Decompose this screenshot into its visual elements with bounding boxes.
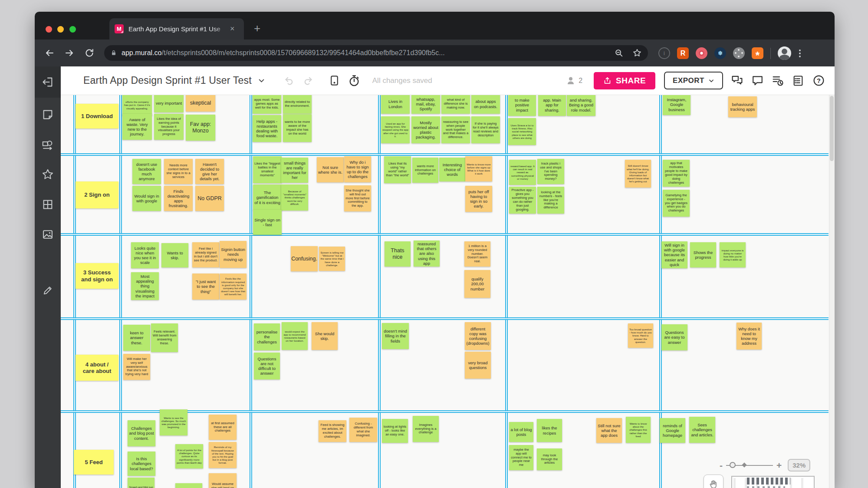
sticky-note[interactable]: Shows the progress (690, 242, 716, 267)
zoom-page-icon[interactable] (614, 48, 624, 58)
sticky-note[interactable]: about apps on podcasts. (471, 95, 500, 114)
sticky-note[interactable]: reassured that others are also using thi… (414, 241, 440, 267)
sticky-note[interactable]: Fav app: Monzo (186, 115, 215, 141)
sticky-note[interactable]: a lot of blog posts (509, 422, 533, 442)
sticky-note[interactable]: Feel like i already signed in but i stil… (192, 242, 219, 267)
browser-menu-icon[interactable] (798, 49, 802, 58)
sticky-note[interactable]: keen to answer these. (123, 325, 150, 351)
sticky-note[interactable]: Reminds of my fitnesspall because of the… (209, 442, 237, 468)
new-tab-button[interactable]: + (254, 21, 260, 35)
sticky-note[interactable]: A lot of points for the challenges. Quit… (175, 444, 203, 468)
sticky-note[interactable]: looking at the numbers - feels like you'… (537, 187, 564, 214)
sidebar-item-shapes[interactable] (35, 132, 61, 158)
sticky-note[interactable]: Instagram, Google business (663, 95, 690, 115)
sticky-note[interactable]: Confusing. (291, 246, 318, 271)
redo-icon[interactable] (302, 75, 314, 86)
sticky-note[interactable]: behavioural tracking apps (728, 96, 757, 117)
undo-icon[interactable] (283, 75, 295, 86)
sticky-note[interactable]: Finds deactivating apps frustrating. (164, 186, 193, 211)
minimize-window-button[interactable] (57, 26, 64, 33)
sidebar-item-sticky-note[interactable] (35, 102, 61, 128)
row-label[interactable]: 2 Sign on (76, 181, 118, 208)
sticky-note[interactable]: Still not sure what the app does (596, 418, 622, 443)
sticky-note[interactable]: Interesting choice of words (439, 158, 465, 181)
zoom-level-badge[interactable]: 32% (788, 459, 810, 472)
sticky-note[interactable]: to make positive impact (508, 95, 536, 116)
zoom-out-button[interactable]: - (720, 461, 723, 470)
sticky-note[interactable]: efforts the company has put in. Cares if… (122, 95, 152, 116)
sticky-note[interactable]: qualify 200,00 number (464, 270, 490, 298)
sticky-note[interactable]: Still doesn't know what he'll be doing. … (625, 160, 651, 188)
extension-dots-icon[interactable] (733, 47, 745, 59)
row-label[interactable]: 1 Download (76, 104, 118, 129)
sticky-note[interactable]: reminds of Google homepage (660, 418, 685, 443)
sticky-note[interactable]: looking at lights off - looks like an ea… (382, 419, 408, 443)
comments-button[interactable] (730, 74, 743, 87)
sticky-note[interactable]: wants to be more aware of the impact she… (283, 114, 312, 142)
sticky-note[interactable]: reassuring to see when people work toget… (441, 116, 470, 143)
sticky-note[interactable]: Screen is telling me "Welcome" but at th… (319, 247, 345, 271)
sticky-note[interactable]: 1 million is a very rounded number. Does… (464, 241, 490, 267)
extension-snowflake-icon[interactable]: ❄ (714, 47, 726, 59)
sticky-note[interactable]: Wants to skip. (161, 243, 188, 267)
sticky-note[interactable]: Feels relevant. Will benefit from answer… (151, 323, 178, 352)
sticky-note[interactable]: impact everyone is doing no matter how l… (720, 242, 746, 267)
sticky-note[interactable]: Will sign in with google because its eas… (661, 241, 687, 268)
row-label[interactable]: 5 Feed (74, 450, 114, 475)
sticky-note[interactable]: very broad questions (465, 352, 491, 379)
sticky-note[interactable]: Is this challenges local based? (128, 452, 155, 476)
sticky-note[interactable]: likes the recipes (537, 419, 562, 442)
sticky-note[interactable]: Proactive app - gives you something you … (509, 187, 536, 214)
address-bar[interactable]: app.mural.co/t/etchsprints0008/m/etchspr… (104, 45, 648, 61)
sidebar-item-icons[interactable] (35, 162, 61, 188)
sticky-note[interactable]: Smash and fitbit just give you an (128, 478, 155, 488)
sticky-note[interactable]: Likes the "biggest battles in the smalle… (253, 156, 282, 183)
present-outline-icon[interactable] (329, 75, 340, 86)
sticky-note[interactable]: Will make her very self aware/anxious th… (123, 354, 150, 380)
sticky-note[interactable]: Confusing - different from what she imag… (349, 418, 377, 442)
reload-icon[interactable] (84, 48, 95, 58)
sticky-note[interactable]: Challenges and blog post content. (128, 420, 155, 446)
sticky-note[interactable]: Uses Strava a lot to track fitness. Also… (508, 118, 536, 145)
sticky-note[interactable]: Lives in London (381, 95, 410, 114)
extension-swirl-icon[interactable] (696, 47, 707, 59)
zoom-in-button[interactable]: + (776, 461, 782, 470)
sticky-note[interactable]: puts her off having to sign in so early. (465, 186, 492, 212)
canvas-scrollbar[interactable] (829, 95, 835, 488)
sticky-note[interactable]: app. Main app for sharing. (538, 95, 566, 116)
sticky-note[interactable]: Wants to know about the challenges first… (626, 417, 651, 443)
sticky-note[interactable]: Imagines everything is a challenge (413, 416, 439, 442)
help-button[interactable]: ? (812, 74, 825, 87)
board-title[interactable]: Earth App Design Sprint #1 User Test (83, 75, 252, 86)
sticky-note[interactable]: Questions are not difficult to answer (254, 353, 280, 379)
sidebar-item-images[interactable] (35, 221, 61, 247)
sticky-note[interactable]: If she is paying for it she'll always re… (471, 116, 500, 143)
sticky-note[interactable]: Likes that its using "my world" rather t… (384, 156, 411, 183)
extension-r-icon[interactable]: R (677, 47, 689, 59)
close-window-button[interactable] (46, 26, 52, 33)
sticky-note[interactable]: Likes the idea of earning points because… (154, 114, 184, 140)
sticky-note[interactable]: Single sign on - fast (253, 210, 282, 235)
sticky-note[interactable]: Questions are easy to answer (661, 324, 687, 350)
pan-tool-button[interactable] (704, 475, 723, 488)
sticky-note[interactable]: Most appealing thing visualising the imp… (131, 272, 159, 300)
sticky-note[interactable]: No GDPR (195, 186, 224, 211)
sticky-note[interactable]: doesn't mind filling in the fields (382, 323, 409, 349)
sticky-note[interactable]: reward based app. It can result in real … (509, 160, 536, 185)
sticky-note[interactable]: and sharing. Being a good role model. (567, 95, 595, 116)
sidebar-item-frameworks[interactable] (35, 191, 61, 218)
back-icon[interactable] (44, 48, 55, 58)
sticky-note[interactable]: different copy was confusing (dropdowns) (465, 322, 491, 350)
sticky-note[interactable]: Signin button needs moving up (220, 241, 247, 268)
sticky-note[interactable]: Not sure where she is. (317, 157, 344, 182)
zoom-slider[interactable] (726, 465, 773, 466)
sticky-note[interactable]: Aware of waste. Very new to the journey. (122, 114, 152, 140)
sticky-note[interactable]: Thats nice (385, 241, 411, 267)
sticky-note[interactable]: app that motivates people to make good i… (663, 160, 690, 187)
sticky-note[interactable]: Why does it need to know my address (736, 323, 762, 350)
sticky-note[interactable]: Too broad question - how much do you kno… (628, 323, 653, 348)
sticky-note[interactable]: Because of "smallest moments" thinks cha… (281, 185, 308, 211)
sticky-note[interactable]: She thought she will find out more first… (344, 185, 371, 211)
sticky-note[interactable]: very important (154, 95, 184, 112)
sticky-note[interactable]: The gamification of it is exciting (253, 185, 282, 211)
